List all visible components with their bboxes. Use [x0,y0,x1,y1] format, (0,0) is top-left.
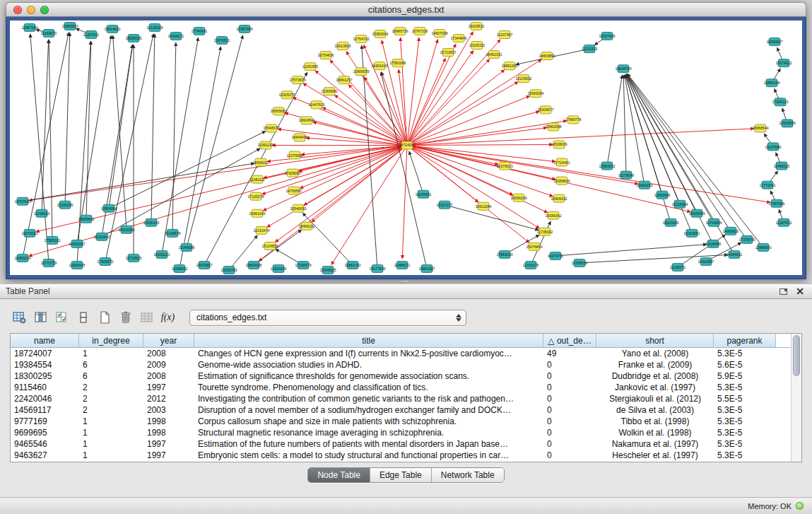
graph-node[interactable]: 15950004 [372,30,388,38]
window-titlebar[interactable]: citations_edges.txt [6,2,806,17]
graph-node[interactable]: 12397812 [775,218,792,226]
graph-node[interactable]: 11381111 [249,175,265,183]
graph-node[interactable]: 19912084 [475,202,491,210]
graph-node[interactable]: 11105071 [670,263,686,271]
column-header-short[interactable]: short [596,334,714,347]
graph-node[interactable]: 16961426 [249,209,265,217]
graph-node[interactable]: 10954368 [100,204,117,212]
graph-node[interactable]: 11658042 [172,264,188,272]
graph-node[interactable]: 14944911 [726,250,743,258]
column-header-name[interactable]: name [11,334,79,347]
graph-node[interactable]: 19319661 [683,229,700,237]
graph-node[interactable]: 14270163 [21,229,37,237]
graph-node[interactable]: 12279623 [496,162,512,170]
graph-node[interactable]: 11447619 [309,101,325,109]
graph-node[interactable]: 11803698 [654,191,671,199]
graph-node[interactable]: 19147680 [765,143,781,151]
graph-node[interactable]: 18724007 [399,141,415,149]
zoom-window-button[interactable] [40,6,49,14]
table-row[interactable]: 1872400712008Changes of HCN gene express… [11,348,791,359]
graph-node[interactable]: 10391209 [257,141,273,149]
graph-node[interactable]: 13129932 [515,75,531,83]
graph-node[interactable]: 19521658 [118,226,134,233]
column-header-out_de[interactable]: △ out_de… [543,334,596,347]
graph-node[interactable]: 11735002 [537,228,553,235]
graph-node[interactable]: 19494263 [636,181,652,189]
graph-node[interactable]: 11628086 [705,240,722,247]
graph-node[interactable]: 15335345 [57,201,73,209]
graph-node[interactable]: 16157277 [436,201,452,209]
graph-node[interactable]: 12545925 [319,266,336,274]
graph-node[interactable]: 13772041 [759,181,775,189]
graph-node[interactable]: 19013905 [334,42,351,50]
graph-node[interactable]: 17236079 [295,261,311,269]
graph-node[interactable]: 19795636 [571,259,587,267]
graph-node[interactable]: 18466192 [298,222,314,230]
graph-node[interactable]: 19389503 [61,23,78,30]
graph-node[interactable]: 16003186 [662,218,678,226]
graph-node[interactable]: 19336362 [545,211,561,219]
graph-node[interactable]: 14060820 [722,227,739,235]
graph-node[interactable]: 19145451 [415,190,431,198]
graph-node[interactable]: 16644495 [291,134,307,141]
graph-node[interactable]: 18290783 [220,266,237,274]
graph-node[interactable]: 14301416 [371,62,387,70]
column-header-year[interactable]: year [143,334,194,347]
graph-node[interactable]: 17406670 [97,257,113,265]
edit-values-icon[interactable] [52,309,71,326]
graph-node[interactable]: 17969778 [565,116,581,124]
graph-node[interactable]: 15308980 [321,88,337,95]
table-body[interactable]: 1872400712008Changes of HCN gene express… [11,348,791,462]
graph-node[interactable]: 17581086 [389,59,406,67]
graph-node[interactable]: 16906332 [551,194,567,202]
graph-node[interactable]: 18459234 [14,254,30,262]
graph-node[interactable]: 16033121 [153,250,170,258]
import-table-icon[interactable] [137,309,156,326]
graph-node[interactable]: 10767338 [411,28,428,35]
graph-node[interactable]: 16178348 [618,171,634,179]
table-row[interactable]: 2242004622012Investigating the contribut… [11,393,791,404]
graph-node[interactable]: 10574312 [775,59,792,67]
graph-node[interactable]: 10139209 [146,24,163,32]
graph-node[interactable]: 10456115 [774,162,790,170]
graph-node[interactable]: 17740641 [191,28,207,35]
graph-node[interactable]: 17585161 [44,236,60,244]
graph-node[interactable]: 15148978 [164,229,180,237]
graph-node[interactable]: 15514610 [104,25,120,33]
graph-node[interactable]: 18698321 [252,158,269,166]
graph-node[interactable]: 19707043 [14,197,30,205]
graph-node[interactable]: 17853330 [496,250,512,258]
table-row[interactable]: 977716911998Corpus callosum shape and si… [11,416,791,427]
close-panel-icon[interactable]: ✕ [794,286,806,297]
graph-node[interactable]: 18435459 [688,209,705,217]
graph-node[interactable]: 10770759 [40,259,57,267]
graph-node[interactable]: 18985736 [392,28,408,35]
graph-node[interactable]: 16462161 [486,51,502,59]
column-header-title[interactable]: title [194,334,543,347]
minimize-window-button[interactable] [27,6,35,14]
graph-node[interactable]: 18645840 [78,215,94,223]
table-settings-icon[interactable] [10,309,29,326]
select-columns-icon[interactable] [31,309,50,326]
graph-node[interactable]: 17928055 [284,169,300,177]
graph-node[interactable]: 14537405 [599,33,615,40]
graph-node[interactable]: 18209677 [537,106,553,114]
graph-node[interactable]: 13920154 [270,264,286,272]
graph-node[interactable]: 18661257 [336,76,352,84]
table-row[interactable]: 1456911722003Disruption of a novel membe… [11,404,791,416]
graph-node[interactable]: 18260827 [766,38,782,46]
graph-node[interactable]: 14976857 [196,261,212,269]
table-row[interactable]: 911546021997Tourette syndrome. Phenomeno… [11,382,791,393]
graph-node[interactable]: 17376745 [739,235,755,243]
tab-node-table[interactable]: Node Table [308,468,370,482]
graph-node[interactable]: 12892657 [69,240,85,247]
delete-icon[interactable] [116,309,135,326]
graph-node[interactable]: 16479761 [547,252,563,259]
graph-node[interactable]: 15124559 [261,242,278,250]
graph-node[interactable]: 13890198 [763,79,779,87]
graph-node[interactable]: 12861832 [599,162,615,170]
column-header-in_degree[interactable]: in_degree [79,334,143,347]
graph-node[interactable]: 17087966 [768,199,784,207]
graph-node[interactable]: 10744994 [705,218,722,226]
table-row[interactable]: 1830029562008Estimation of significance … [11,370,791,382]
